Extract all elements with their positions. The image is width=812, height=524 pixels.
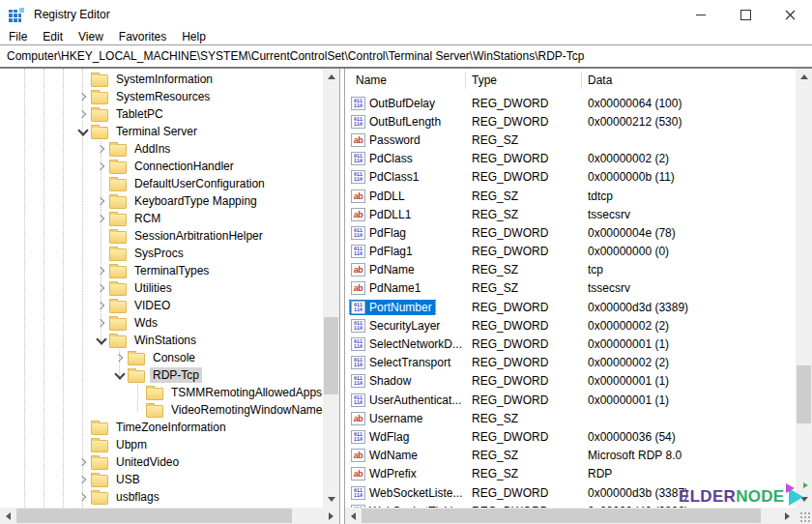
column-header-name[interactable]: Name <box>345 73 465 87</box>
value[interactable]: abPdName1 <box>350 280 423 296</box>
expand-chevron-icon[interactable] <box>94 193 109 209</box>
tree-vertical-scrollbar[interactable] <box>323 69 339 508</box>
registry-value-row[interactable]: 011 110ShadowREG_DWORD0x00000001 (1) <box>345 372 796 391</box>
value[interactable]: 011 110WebSocketListe... <box>350 485 465 501</box>
scroll-right-button[interactable] <box>323 508 339 524</box>
tree-item-tabletpc[interactable]: TabletPC <box>0 105 323 123</box>
collapse-chevron-icon[interactable] <box>112 367 128 383</box>
collapse-chevron-icon[interactable] <box>94 333 109 348</box>
value[interactable]: abPdDLL <box>350 189 408 204</box>
list-vertical-scrollbar[interactable] <box>796 69 812 508</box>
value[interactable]: abWdPrefix <box>350 466 420 481</box>
registry-value-row[interactable]: 011 110PdClass1REG_DWORD0x0000000b (11) <box>345 168 796 187</box>
value[interactable]: abPassword <box>350 132 423 148</box>
tree-item-systeminformation[interactable]: SystemInformation <box>0 71 323 88</box>
menu-edit[interactable]: Edit <box>36 29 72 45</box>
value[interactable]: abPdDLL1 <box>350 207 414 222</box>
registry-value-row[interactable]: abPdNameREG_SZtcp <box>345 261 796 279</box>
registry-value-row[interactable]: 011 110SecurityLayerREG_DWORD0x00000002 … <box>345 316 796 335</box>
registry-value-row[interactable]: abPdName1REG_SZtssecsrv <box>345 279 796 298</box>
registry-value-row[interactable]: 011 110OutBufLengthREG_DWORD0x00000212 (… <box>345 112 796 131</box>
menu-favorites[interactable]: Favorites <box>112 29 175 45</box>
registry-value-row[interactable]: 011 110SelectTransportREG_DWORD0x0000000… <box>345 354 796 372</box>
value[interactable]: 011 110PdFlag1 <box>350 244 416 259</box>
expand-chevron-icon[interactable] <box>94 315 109 331</box>
maximize-button[interactable] <box>723 0 768 29</box>
value[interactable]: 011 110OutBufLength <box>350 114 444 130</box>
value[interactable]: 011 110PdFlag <box>350 225 409 241</box>
value[interactable]: 011 110WdFlag <box>350 429 412 445</box>
tree-scrollbar-thumb[interactable] <box>324 317 338 394</box>
expand-chevron-icon[interactable] <box>75 89 91 104</box>
tree-item-winstations[interactable]: WinStations <box>0 332 323 349</box>
registry-value-row[interactable]: 011 110WdFlagREG_DWORD0x00000036 (54) <box>345 427 796 446</box>
tree-item-connectionhandler[interactable]: ConnectionHandler <box>0 158 323 175</box>
registry-value-row[interactable]: 011 110SelectNetworkD...REG_DWORD0x00000… <box>345 335 796 353</box>
registry-value-row[interactable]: abUsernameREG_SZ <box>345 409 796 427</box>
expand-chevron-icon[interactable] <box>94 211 109 226</box>
value[interactable]: 011 110SelectNetworkD... <box>350 336 465 352</box>
tree-item-ubpm[interactable]: Ubpm <box>0 436 323 453</box>
tree-item-systemresources[interactable]: SystemResources <box>0 88 323 105</box>
tree-item-usb[interactable]: USB <box>0 471 323 488</box>
tree-item-tsmmremotingallowedapps[interactable]: TSMMRemotingAllowedApps <box>0 384 323 401</box>
tree-item-videoremotingwindownames[interactable]: VideoRemotingWindowNames <box>0 401 323 419</box>
value[interactable]: 011 110Shadow <box>350 373 414 389</box>
menu-view[interactable]: View <box>72 29 112 45</box>
registry-value-row[interactable]: 011 110UserAuthenticat...REG_DWORD0x0000… <box>345 391 796 409</box>
expand-chevron-icon[interactable] <box>75 106 91 122</box>
tree-item-rdp-tcp[interactable]: RDP-Tcp <box>0 366 323 384</box>
tree-item-timezoneinformation[interactable]: TimeZoneInformation <box>0 419 323 436</box>
registry-value-row[interactable]: 011 110OutBufDelayREG_DWORD0x00000064 (1… <box>345 94 796 112</box>
expand-chevron-icon[interactable] <box>75 489 91 505</box>
value[interactable]: 011 110OutBufDelay <box>350 96 438 111</box>
expand-chevron-icon[interactable] <box>112 350 128 365</box>
minimize-button[interactable] <box>679 0 723 29</box>
registry-value-row[interactable]: abPdDLLREG_SZtdtcp <box>345 187 796 205</box>
tree-item-sysprocs[interactable]: SysProcs <box>0 245 323 262</box>
scroll-up-button[interactable] <box>323 69 339 85</box>
column-separator[interactable] <box>465 72 466 89</box>
value[interactable]: 011 110SelectTransport <box>350 355 453 370</box>
tree-item-terminaltypes[interactable]: TerminalTypes <box>0 262 323 279</box>
tree-item-defaultuserconfiguration[interactable]: DefaultUserConfiguration <box>0 175 323 192</box>
registry-value-row[interactable]: 011 110PdFlag1REG_DWORD0x00000000 (0) <box>345 243 796 261</box>
tree-hscrollbar-thumb[interactable] <box>16 509 292 523</box>
scroll-left-button[interactable] <box>345 508 362 524</box>
registry-value-row[interactable]: 011 110PdFlagREG_DWORD0x0000004e (78) <box>345 223 796 242</box>
list-scrollbar-thumb[interactable] <box>797 365 811 423</box>
tree-item-rcm[interactable]: RCM <box>0 210 323 227</box>
registry-value-row[interactable]: abWdPrefixREG_SZRDP <box>345 465 796 483</box>
registry-value-row[interactable]: abWdNameREG_SZMicrosoft RDP 8.0 <box>345 447 796 465</box>
value[interactable]: abPdName <box>350 262 418 277</box>
column-header-data[interactable]: Data <box>581 73 796 87</box>
expand-chevron-icon[interactable] <box>75 472 91 487</box>
close-button[interactable] <box>768 0 812 29</box>
value[interactable]: 011 110SecurityLayer <box>350 318 443 334</box>
tree-item-utilities[interactable]: Utilities <box>0 279 323 297</box>
expand-chevron-icon[interactable] <box>75 454 91 470</box>
column-separator[interactable] <box>581 72 582 89</box>
collapse-chevron-icon[interactable] <box>75 124 91 139</box>
menu-help[interactable]: Help <box>175 29 215 45</box>
value[interactable]: abUsername <box>350 411 425 426</box>
registry-value-row[interactable]: 011 110PdClassREG_DWORD0x00000002 (2) <box>345 150 796 168</box>
tree-item-wds[interactable]: Wds <box>0 314 323 332</box>
expand-chevron-icon[interactable] <box>94 280 109 296</box>
tree-item-usbflags[interactable]: usbflags <box>0 488 323 506</box>
tree-item-sessionarbitrationhelper[interactable]: SessionArbitrationHelper <box>0 227 323 245</box>
list-hscrollbar-thumb[interactable] <box>362 509 761 523</box>
tree-item-console[interactable]: Console <box>0 349 323 366</box>
tree-item-addins[interactable]: AddIns <box>0 140 323 158</box>
registry-value-row[interactable]: abPdDLL1REG_SZtssecsrv <box>345 205 796 223</box>
expand-chevron-icon[interactable] <box>94 263 109 278</box>
registry-value-row[interactable]: abPasswordREG_SZ <box>345 131 796 149</box>
selected-value[interactable]: 011 110PortNumber <box>350 300 435 315</box>
value[interactable]: 011 110PdClass1 <box>350 169 421 185</box>
expand-chevron-icon[interactable] <box>94 141 109 157</box>
column-header-type[interactable]: Type <box>465 73 581 87</box>
tree-item-terminal-server[interactable]: Terminal Server <box>0 123 323 140</box>
scroll-left-button[interactable] <box>0 508 16 524</box>
expand-chevron-icon[interactable] <box>94 159 109 174</box>
expand-chevron-icon[interactable] <box>94 298 109 313</box>
